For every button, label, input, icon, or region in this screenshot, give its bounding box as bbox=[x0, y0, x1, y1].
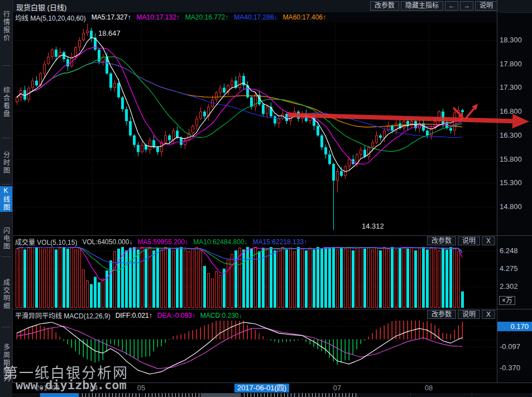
ma-value-label: MA10:17.132↑ bbox=[136, 13, 179, 21]
ma-value-label: 均线 MA(5,10,20,40,60) bbox=[15, 13, 86, 22]
indicator-value-label: MA15:62218.133↑ bbox=[253, 238, 307, 246]
macd-pane-title: 平滑异同平均线 MACD(12,26,9) bbox=[15, 311, 111, 320]
sidebar-item-3[interactable]: 分时图 bbox=[0, 141, 12, 185]
next-arrow-button[interactable]: → bbox=[460, 1, 473, 11]
sidebar-item-4[interactable]: K线图 bbox=[0, 186, 12, 212]
navigator-segment[interactable] bbox=[201, 393, 241, 397]
symbol-title: 现货白银 (日线) bbox=[16, 2, 66, 12]
macd-pane-buttons: 改参数说明X bbox=[427, 310, 495, 319]
price-axis-panel: ×万 0.170 18.30017.80017.30016.80016.3001… bbox=[497, 0, 532, 383]
ma-indicator-row: 均线 MA(5,10,20,40,60)MA5:17.327↑MA10:17.1… bbox=[12, 12, 500, 22]
volume-axis-label: 2.302 bbox=[500, 282, 518, 291]
volume-pane-title: 成交量 VOL(5,10,15) bbox=[15, 237, 77, 246]
vol-edit-params-button[interactable]: 改参数 bbox=[427, 236, 456, 245]
hide-main-indicator-button[interactable]: 隐藏主指标 bbox=[401, 1, 443, 11]
macd-axis-label: -0.370 bbox=[500, 364, 520, 372]
navigator-segment[interactable] bbox=[241, 393, 296, 397]
time-axis-label: 07 bbox=[318, 384, 357, 392]
sidebar-item-2[interactable]: 综合看盘 bbox=[0, 71, 12, 133]
price-axis-label: 15.800 bbox=[500, 155, 522, 163]
time-axis-label: 08 bbox=[409, 384, 448, 392]
macd-edit-params-button[interactable]: 改参数 bbox=[427, 310, 456, 319]
price-axis-label: 18.300 bbox=[500, 36, 522, 44]
ma-value-label: MA40:17.286↓ bbox=[234, 13, 277, 21]
sidebar-separator bbox=[2, 327, 11, 327]
macd-stats: DIFF:0.021↑DEA:-0.093↑MACD:0.230↓ bbox=[116, 312, 242, 319]
title-bar: 现货白银 (日线) 改参数隐藏主指标←→说明 bbox=[12, 0, 532, 13]
volume-pane-buttons: 改参数说明X bbox=[427, 236, 495, 245]
volume-unit-label: ×万 bbox=[499, 296, 515, 305]
indicator-value-label: MACD:0.230↓ bbox=[200, 312, 242, 319]
sidebar-separator bbox=[2, 65, 11, 66]
edit-params-button[interactable]: 改参数 bbox=[370, 1, 399, 11]
macd-help-button[interactable]: 说明 bbox=[458, 310, 480, 319]
price-axis-label: 16.800 bbox=[500, 107, 522, 115]
sidebar-item-6[interactable]: 成交明细 bbox=[0, 264, 12, 325]
volume-axis-label: 6.248 bbox=[500, 246, 518, 255]
navigator-segment[interactable] bbox=[40, 393, 79, 397]
selected-date-box[interactable]: 2017-06-01(四) bbox=[234, 384, 289, 393]
pane-divider bbox=[12, 309, 532, 309]
price-axis-label: 15.300 bbox=[500, 178, 522, 187]
indicator-value-label: MA5:59955.200↓ bbox=[137, 238, 188, 246]
macd-close-button[interactable]: X bbox=[482, 310, 495, 319]
price-axis-label: 16.300 bbox=[500, 131, 522, 139]
ma-value-label: MA60:17.406↑ bbox=[283, 13, 326, 21]
macd-axis-highlight: 0.170 bbox=[497, 322, 532, 331]
navigator-segment[interactable] bbox=[142, 393, 201, 397]
title-bar-buttons: 改参数隐藏主指标←→说明 bbox=[370, 1, 497, 11]
indicator-value-label: DEA:-0.093↑ bbox=[157, 312, 195, 319]
help-button[interactable]: 说明 bbox=[475, 1, 497, 11]
vol-help-button[interactable]: 说明 bbox=[458, 236, 480, 245]
kline-chart-canvas[interactable] bbox=[12, 22, 497, 236]
price-axis-label: 14.800 bbox=[500, 202, 522, 211]
time-axis-label: 05 bbox=[122, 384, 161, 392]
indicator-value-label: DIFF:0.021↑ bbox=[116, 312, 152, 319]
sidebar-separator bbox=[2, 184, 11, 185]
pane-divider bbox=[12, 235, 532, 236]
bottom-navigator-strip bbox=[12, 393, 532, 397]
price-axis-label: 17.800 bbox=[500, 60, 522, 68]
volume-axis-label: 4.275 bbox=[500, 264, 518, 273]
vol-close-button[interactable]: X bbox=[482, 236, 495, 245]
volume-chart-canvas[interactable] bbox=[12, 247, 497, 308]
left-sidebar: 行情报价综合看盘分时图K线图闪电图成交明细多周期同列 bbox=[0, 0, 13, 397]
navigator-segment[interactable] bbox=[79, 393, 142, 397]
navigator-segment[interactable] bbox=[12, 393, 40, 397]
indicator-value-label: MA10:62484.800↓ bbox=[193, 238, 247, 246]
navigator-segment[interactable] bbox=[296, 393, 357, 397]
trading-app-window: 行情报价综合看盘分时图K线图闪电图成交明细多周期同列 现货白银 (日线) 改参数… bbox=[0, 0, 532, 397]
price-axis-label: 17.300 bbox=[500, 83, 522, 91]
low-price-label: 14.312 bbox=[362, 222, 384, 230]
navigator-segment[interactable] bbox=[411, 393, 472, 397]
navigator-segment[interactable] bbox=[357, 393, 411, 397]
sidebar-separator bbox=[2, 256, 11, 257]
navigator-segment[interactable] bbox=[472, 393, 532, 397]
volume-stats: VOL:64050.000↓MA5:59955.200↓MA10:62484.8… bbox=[82, 238, 307, 246]
ma-value-label: MA5:17.327↑ bbox=[92, 13, 131, 21]
sidebar-item-5[interactable]: 闪电图 bbox=[0, 215, 12, 262]
sidebar-separator bbox=[2, 138, 11, 138]
axis-divider bbox=[497, 0, 497, 383]
sidebar-item-1[interactable]: 行情报价 bbox=[0, 0, 12, 60]
ma-value-label: MA20:16.772↑ bbox=[185, 13, 228, 21]
indicator-value-label: VOL:64050.000↓ bbox=[82, 238, 132, 246]
high-price-label: 18.647 bbox=[98, 29, 121, 37]
prev-arrow-button[interactable]: ← bbox=[445, 1, 458, 11]
macd-axis-label: -0.097 bbox=[500, 342, 520, 351]
watermark-site-url: www.diyizby.com bbox=[16, 378, 127, 392]
